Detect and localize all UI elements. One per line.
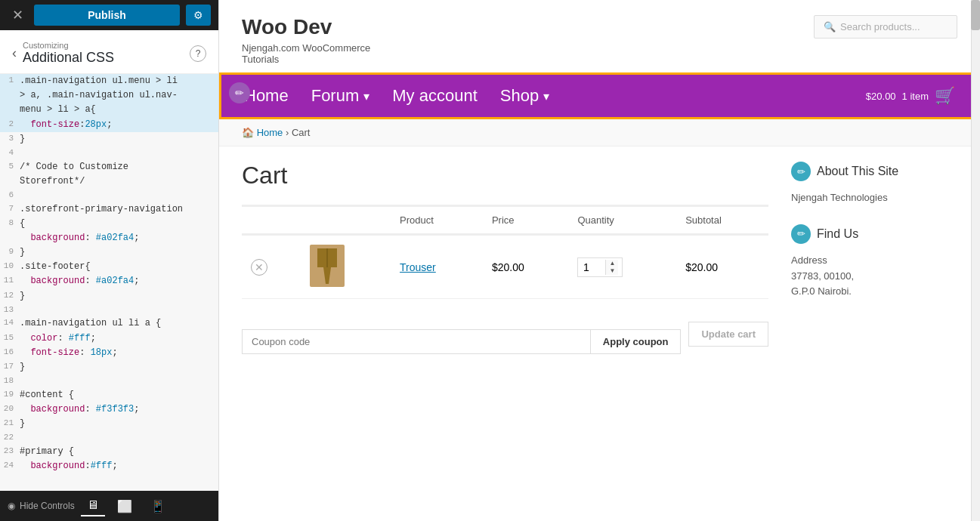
customizer-header: ‹ Customizing Additional CSS ? (0, 30, 218, 74)
code-line: 17 } (0, 360, 218, 375)
cart-title: Cart (242, 162, 768, 190)
close-button[interactable]: ✕ (8, 7, 28, 23)
remove-item-button[interactable]: ✕ (251, 259, 267, 276)
preview-panel: Woo Dev Njengah.com WooCommerce Tutorial… (219, 0, 980, 521)
main-content: Cart Product Price Quantity Subtotal (219, 146, 980, 369)
code-line: 24 background:#fff; (0, 459, 218, 473)
address-line1: 37783, 00100, (791, 269, 957, 285)
code-line: 16 font-size: 18px; (0, 346, 218, 360)
help-button[interactable]: ? (190, 45, 206, 62)
nav-bar: Home Forum ▾ My account Shop ▾ $20.00 1 … (221, 75, 978, 117)
breadcrumb-separator: › (286, 127, 289, 138)
find-us-widget-content: Address 37783, 00100, G.P.0 Nairobi. (791, 253, 957, 300)
code-line: 13 (0, 304, 218, 317)
publish-button[interactable]: Publish (34, 5, 180, 26)
cart-table: Product Price Quantity Subtotal ✕ (242, 205, 768, 299)
code-line: 5 /* Code to Customize (0, 160, 218, 174)
cart-item-price-cell: $20.00 (483, 235, 569, 299)
site-header: Woo Dev Njengah.com WooCommerce Tutorial… (219, 0, 980, 72)
mobile-device-button[interactable]: 📱 (144, 496, 172, 516)
scrollbar[interactable] (971, 0, 980, 521)
product-search[interactable]: 🔍 Search products... (814, 15, 957, 39)
search-icon: 🔍 (824, 21, 836, 32)
code-line: 8 { (0, 217, 218, 231)
code-line: 11 background: #a02fa4; (0, 274, 218, 288)
nav-item-home-label: Home (244, 86, 289, 106)
customizer-panel: ✕ Publish ⚙ ‹ Customizing Additional CSS… (0, 0, 219, 521)
quantity-stepper[interactable]: ▲ ▼ (577, 257, 623, 277)
nav-edit-button[interactable]: ✏ (229, 82, 250, 103)
code-line: 9 } (0, 245, 218, 260)
col-remove (242, 206, 301, 235)
nav-item-forum[interactable]: Forum ▾ (311, 86, 370, 106)
site-branding: Woo Dev Njengah.com WooCommerce Tutorial… (242, 15, 370, 65)
cart-area: $20.00 1 item 🛒 (866, 86, 955, 106)
col-subtotal: Subtotal (676, 206, 768, 235)
tablet-device-button[interactable]: ⬜ (111, 496, 138, 516)
hide-controls-icon: ◉ (8, 501, 15, 511)
code-line: 1 .main-navigation ul.menu > li (0, 74, 218, 88)
about-widget-icon: ✏ (791, 162, 811, 181)
code-line: 7 .storefront-primary-navigation (0, 202, 218, 217)
col-image (301, 206, 391, 235)
publish-settings-button[interactable]: ⚙ (186, 5, 211, 26)
cart-item-name-link[interactable]: Trouser (400, 261, 436, 273)
breadcrumb-home-link[interactable]: Home (257, 127, 283, 138)
cart-icon-button[interactable]: 🛒 (935, 86, 955, 106)
panel-title: Additional CSS (23, 50, 190, 66)
customizer-bottom-bar: ◉ Hide Controls 🖥 ⬜ 📱 (0, 491, 218, 521)
cart-table-row: ✕ Trouser (242, 235, 768, 299)
code-line: 19 #content { (0, 388, 218, 402)
about-widget: ✏ About This Site Njengah Technologies (791, 162, 957, 206)
apply-coupon-button[interactable]: Apply coupon (591, 329, 682, 354)
nav-item-home[interactable]: Home (244, 86, 289, 106)
code-line: menu > li > a{ (0, 103, 218, 117)
scrollbar-thumb[interactable] (971, 0, 980, 30)
code-line: 2 font-size:28px; (0, 118, 218, 132)
cart-table-header: Product Price Quantity Subtotal (242, 206, 768, 235)
about-widget-content: Njengah Technologies (791, 190, 957, 206)
nav-item-myaccount[interactable]: My account (392, 86, 478, 106)
css-code-editor[interactable]: 1 .main-navigation ul.menu > li > a, .ma… (0, 74, 218, 491)
nav-item-shop[interactable]: Shop ▾ (500, 86, 549, 106)
customizer-header-text: Customizing Additional CSS (23, 41, 190, 66)
coupon-area: Apply coupon (242, 329, 681, 354)
code-line: 21 } (0, 417, 218, 431)
code-line: 20 background: #f3f3f3; (0, 402, 218, 417)
col-quantity: Quantity (568, 206, 676, 235)
cart-section: Cart Product Price Quantity Subtotal (242, 162, 768, 354)
code-line: 12 } (0, 289, 218, 304)
cart-item-name-cell: Trouser (391, 235, 483, 299)
cart-item-subtotal-cell: $20.00 (676, 235, 768, 299)
nav-item-shop-label: Shop (500, 86, 539, 106)
quantity-up-button[interactable]: ▲ (605, 260, 618, 267)
code-line: 15 color: #fff; (0, 331, 218, 346)
find-us-widget: ✏ Find Us Address 37783, 00100, G.P.0 Na… (791, 224, 957, 300)
shop-dropdown-icon: ▾ (543, 89, 549, 103)
site-title: Woo Dev (242, 15, 370, 39)
address-label: Address (791, 253, 957, 269)
cart-item-image-cell (301, 235, 391, 299)
update-cart-button[interactable]: Update cart (688, 322, 768, 347)
col-product: Product (391, 206, 483, 235)
customizer-topbar: ✕ Publish ⚙ (0, 0, 218, 30)
forum-dropdown-icon: ▾ (363, 89, 369, 103)
col-price: Price (483, 206, 569, 235)
code-line: background: #a02fa4; (0, 231, 218, 245)
nav-bar-wrapper: ✏ Home Forum ▾ My account Shop ▾ $ (219, 72, 980, 119)
coupon-input[interactable] (242, 329, 591, 354)
cart-actions: Apply coupon Update cart (242, 314, 768, 354)
quantity-input[interactable] (578, 258, 605, 276)
product-image (310, 245, 345, 287)
site-tagline2: Tutorials (242, 54, 370, 65)
desktop-device-button[interactable]: 🖥 (81, 495, 105, 516)
sidebar: ✏ About This Site Njengah Technologies ✏… (791, 162, 957, 354)
quantity-down-button[interactable]: ▼ (605, 267, 618, 275)
about-widget-title-label: About This Site (817, 165, 898, 178)
site-tagline: Njengah.com WooCommerce (242, 42, 370, 54)
cart-item-quantity-cell: ▲ ▼ (568, 235, 676, 299)
back-button[interactable]: ‹ (12, 45, 23, 61)
breadcrumb: 🏠 Home › Cart (219, 119, 980, 146)
hide-controls-button[interactable]: ◉ Hide Controls (8, 501, 75, 511)
code-line: 4 (0, 146, 218, 160)
